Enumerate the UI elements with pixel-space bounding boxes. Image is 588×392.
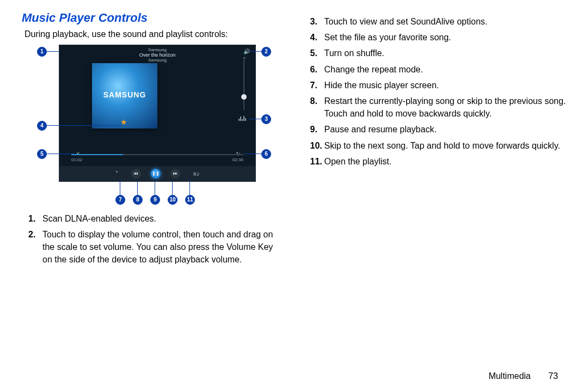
leader-2 (250, 51, 262, 52)
album-art: SAMSUNG ★ (92, 63, 157, 128)
equalizer-icon[interactable] (238, 116, 247, 122)
callout-10: 10 (168, 195, 177, 205)
time-elapsed: 01:02 (71, 157, 82, 162)
list-text: Set the file as your favorite song. (324, 33, 451, 42)
playlist-icon[interactable]: ≡♪ (193, 170, 200, 177)
leader-9 (155, 181, 155, 196)
chevron-down-icon[interactable]: ˅ (115, 170, 118, 176)
callout-2: 2 (261, 47, 271, 57)
list-number: 10. (310, 139, 322, 152)
right-list: 3.Touch to view and set SoundAlive optio… (304, 15, 567, 168)
leader-1 (46, 51, 60, 52)
artist-top: Samsung (59, 47, 255, 52)
album-brand: SAMSUNG (92, 90, 157, 99)
leader-6 (244, 154, 262, 154)
list-number: 3. (310, 15, 317, 28)
leader-7 (120, 181, 120, 196)
leader-11 (189, 181, 190, 196)
artist-bottom: Samsung (59, 58, 255, 63)
list-item: 6.Change the repeat mode. (310, 63, 567, 76)
leader-4 (46, 125, 122, 126)
play-pause-button[interactable]: ❚❚ (151, 169, 161, 179)
list-text: Touch to display the volume control, the… (42, 230, 273, 264)
list-item: 9.Pause and resume playback. (310, 123, 567, 136)
page-footer: Multimedia 73 (488, 371, 558, 381)
time-total: 02:36 (232, 157, 243, 162)
left-list: 1.Scan DLNA-enabled devices.2.Touch to d… (22, 212, 285, 266)
list-number: 2. (28, 228, 35, 241)
volume-knob[interactable] (241, 94, 247, 100)
track-title: Over the horizon (59, 52, 255, 58)
leader-10 (172, 181, 173, 196)
list-item: 2.Touch to display the volume control, t… (28, 228, 285, 266)
leader-8 (137, 181, 138, 196)
callout-3: 3 (261, 114, 271, 124)
list-text: Change the repeat mode. (324, 65, 423, 74)
list-item: 8.Restart the currently-playing song or … (310, 95, 567, 120)
previous-button[interactable]: ⏮ (131, 169, 141, 179)
callout-6: 6 (261, 149, 271, 159)
list-text: Touch to view and set SoundAlive options… (324, 17, 488, 26)
list-number: 4. (310, 31, 317, 44)
list-text: Scan DLNA-enabled devices. (42, 214, 156, 223)
list-number: 1. (28, 212, 35, 225)
next-button[interactable]: ⏭ (170, 169, 180, 179)
leader-3 (249, 119, 262, 119)
list-item: 1.Scan DLNA-enabled devices. (28, 212, 285, 225)
figure: Samsung Over the horizon Samsung SAMSUNG… (33, 45, 272, 208)
scrub-bar[interactable]: 01:02 02:36 (71, 154, 243, 162)
list-text: Open the playlist. (324, 157, 392, 166)
callout-8: 8 (133, 195, 143, 205)
list-text: Turn on shuffle. (324, 48, 384, 58)
volume-icon[interactable]: 🔊 (243, 48, 250, 54)
control-bar: ˅ ⏮ ❚❚ ⏭ ≡♪ (59, 166, 255, 181)
list-text: Restart the currently-playing song or sk… (324, 96, 566, 118)
list-text: Skip to the next song. Tap and hold to m… (324, 141, 560, 150)
list-text: Pause and resume playback. (324, 125, 437, 134)
callout-11: 11 (185, 195, 195, 205)
callout-4: 4 (37, 121, 47, 131)
list-item: 5.Turn on shuffle. (310, 47, 567, 59)
list-item: 10.Skip to the next song. Tap and hold t… (310, 139, 567, 152)
leader-5 (46, 154, 74, 154)
list-number: 11. (310, 155, 322, 168)
list-item: 11.Open the playlist. (310, 155, 567, 168)
list-number: 8. (310, 95, 317, 107)
callout-7: 7 (115, 195, 125, 205)
list-item: 3.Touch to view and set SoundAlive optio… (310, 15, 567, 28)
list-text: Hide the music player screen. (324, 81, 439, 90)
list-item: 7.Hide the music player screen. (310, 79, 567, 91)
footer-section: Multimedia (488, 371, 530, 381)
footer-page: 73 (548, 371, 558, 381)
list-number: 6. (310, 63, 317, 76)
volume-slider[interactable] (243, 58, 244, 110)
player-screenshot: Samsung Over the horizon Samsung SAMSUNG… (59, 45, 256, 182)
callout-9: 9 (150, 195, 160, 205)
intro-text: During playback, use the sound and playl… (24, 28, 285, 40)
list-number: 9. (310, 123, 317, 136)
list-number: 5. (310, 47, 317, 59)
list-number: 7. (310, 79, 317, 91)
list-item: 4.Set the file as your favorite song. (310, 31, 567, 44)
callout-1: 1 (37, 47, 47, 57)
callout-5: 5 (37, 149, 47, 159)
section-heading: Music Player Controls (22, 11, 285, 25)
